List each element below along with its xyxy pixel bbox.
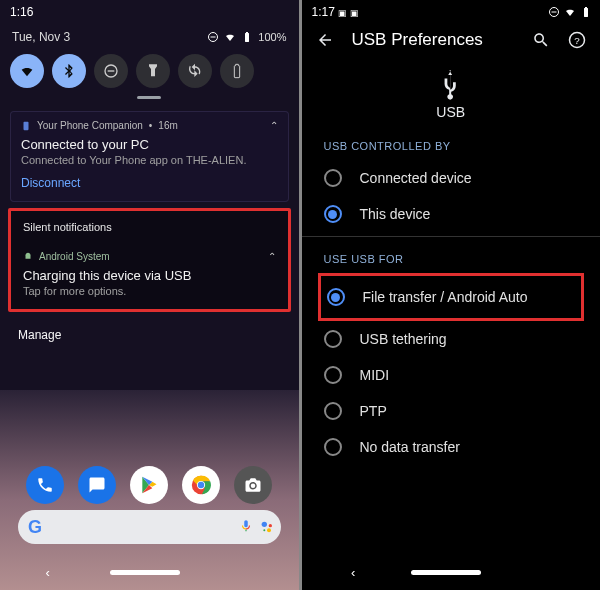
radio-icon [324,169,342,187]
usb-label: USB [436,104,465,120]
radio-label: File transfer / Android Auto [363,289,528,305]
usb-hero: USB [302,70,601,120]
camera-icon [244,476,262,494]
your-phone-icon [21,121,31,131]
shade-handle[interactable] [137,96,161,99]
search-icon[interactable] [532,31,550,49]
svg-point-10 [268,524,271,527]
svg-point-9 [261,522,266,527]
notif-title: Charging this device via USB [23,268,276,283]
svg-rect-14 [552,12,557,13]
chevron-up-icon[interactable]: ⌃ [268,251,276,262]
app-play-store[interactable] [130,466,168,504]
mic-icon[interactable] [239,519,253,533]
notif-app: Android System [39,251,110,262]
silent-header: Silent notifications [11,211,288,243]
statusbar-right: 1:17 ▣ ▣ [302,0,601,22]
play-store-icon [139,475,159,495]
svg-point-7 [198,482,204,488]
home-pill[interactable] [411,570,481,575]
battery-saver-icon [229,63,245,79]
google-logo: G [28,517,42,538]
rotation-icon [187,63,203,79]
home-pill[interactable] [110,570,180,575]
svg-text:?: ? [574,35,580,46]
radio-label: MIDI [360,367,390,383]
battery-pct: 100% [258,31,286,43]
statusbar-left: 1:16 [0,0,299,22]
qs-dnd[interactable] [94,54,128,88]
status-right-icons: 100% [207,31,286,43]
nav-bar-right: ‹ [302,565,601,580]
app-phone[interactable] [26,466,64,504]
radio-this-device[interactable]: This device [302,196,601,232]
svg-rect-4 [24,121,29,129]
phone-right: 1:17 ▣ ▣ USB Preferences ? USB USB CONTR… [301,0,601,590]
notification-your-phone[interactable]: Your Phone Companion • 16m ⌃ Connected t… [10,111,289,202]
radio-icon [324,330,342,348]
flashlight-icon [145,63,161,79]
radio-no-data-transfer[interactable]: No data transfer [302,429,601,465]
dock [0,466,299,504]
qs-bluetooth[interactable] [52,54,86,88]
svg-point-12 [263,529,265,531]
phone-icon [36,476,54,494]
dnd-status-icon [548,6,560,18]
chrome-icon [190,474,212,496]
radio-ptp[interactable]: PTP [302,393,601,429]
status-right-icons [548,6,592,18]
radio-label: This device [360,206,431,222]
qs-rotation[interactable] [178,54,212,88]
notif-body: Tap for more options. [23,285,276,297]
status-time: 1:17 ▣ ▣ [312,5,359,19]
help-icon[interactable]: ? [568,31,586,49]
app-messages[interactable] [78,466,116,504]
disconnect-action[interactable]: Disconnect [21,176,80,190]
radio-midi[interactable]: MIDI [302,357,601,393]
svg-rect-3 [108,70,115,71]
app-camera[interactable] [234,466,272,504]
assistant-icon[interactable] [259,519,275,535]
radio-label: USB tethering [360,331,447,347]
qs-battery-saver[interactable] [220,54,254,88]
radio-icon [324,402,342,420]
messages-icon [88,476,106,494]
dnd-status-icon [207,31,219,43]
bluetooth-icon [61,63,77,79]
radio-connected-device[interactable]: Connected device [302,160,601,196]
section-controlled-by: USB CONTROLLED BY [302,124,601,160]
qs-wifi[interactable] [10,54,44,88]
radio-icon [324,438,342,456]
radio-icon [324,366,342,384]
status-time: 1:16 [10,5,33,19]
wifi-icon [224,31,236,43]
file-transfer-highlight: File transfer / Android Auto [318,273,585,321]
phone-left: 1:16 Tue, Nov 3 100% [0,0,301,590]
notif-app: Your Phone Companion [37,120,143,131]
radio-icon [327,288,345,306]
back-button[interactable]: ‹ [46,565,50,580]
notif-title: Connected to your PC [21,137,278,152]
section-use-usb-for: USE USB FOR [302,237,601,273]
nav-bar-left: ‹ [0,565,299,580]
svg-point-8 [251,484,256,489]
manage-link[interactable]: Manage [10,318,289,342]
wifi-icon [564,6,576,18]
back-arrow-icon[interactable] [316,31,334,49]
chevron-up-icon[interactable]: ⌃ [270,120,278,131]
radio-file-transfer[interactable]: File transfer / Android Auto [321,276,582,318]
radio-label: No data transfer [360,439,460,455]
shade-date: Tue, Nov 3 [12,30,70,44]
svg-rect-1 [211,37,216,38]
back-button[interactable]: ‹ [351,565,355,580]
svg-point-11 [267,528,271,532]
silent-notifications-highlight: Silent notifications Android System ⌃ Ch… [8,208,291,312]
usb-icon [440,70,462,100]
notification-android-system[interactable]: Android System ⌃ Charging this device vi… [11,243,288,309]
notification-shade[interactable]: Tue, Nov 3 100% You [0,22,299,342]
quick-settings-row [10,52,289,96]
radio-usb-tethering[interactable]: USB tethering [302,321,601,357]
qs-flashlight[interactable] [136,54,170,88]
app-chrome[interactable] [182,466,220,504]
google-search-bar[interactable]: G [18,510,281,544]
